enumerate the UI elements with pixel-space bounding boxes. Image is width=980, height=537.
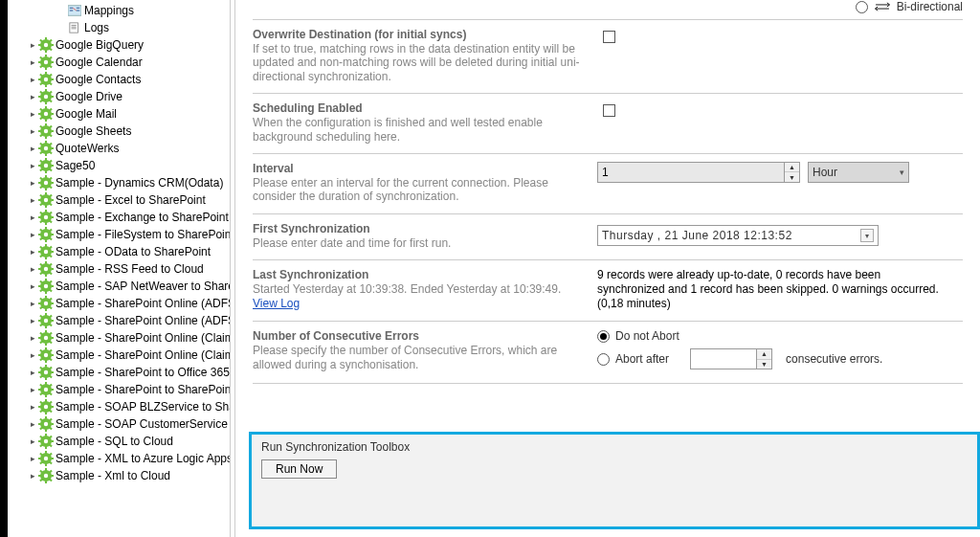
svg-rect-55: [38, 113, 41, 115]
tree-item[interactable]: ▸Sample - SOAP BLZService to SharePoint: [10, 398, 230, 415]
expand-arrow-icon[interactable]: ▸: [27, 174, 38, 191]
expand-arrow-icon[interactable]: ▸: [27, 191, 38, 209]
tree-item-label: Sample - SOAP BLZService to SharePoint: [56, 398, 230, 415]
expand-arrow-icon[interactable]: ▸: [27, 54, 38, 71]
tree-item[interactable]: ▸QuoteWerks: [10, 140, 230, 157]
section-desc: When the configuration is finished and w…: [253, 116, 588, 144]
tree-item[interactable]: ▸Sample - SharePoint Online (Claims): [10, 329, 230, 347]
first-sync-datetime[interactable]: Thursday , 21 June 2018 12:13:52 ▾: [597, 225, 879, 246]
expand-arrow-icon[interactable]: ▸: [27, 105, 38, 123]
tree-item[interactable]: ▸Sample - Exchange to SharePoint: [10, 209, 230, 226]
tree-item[interactable]: ▸Google BigQuery: [10, 36, 230, 54]
tree-item-label: Sage50: [56, 157, 95, 174]
svg-rect-136: [51, 251, 54, 253]
expand-arrow-icon[interactable]: ▸: [27, 415, 38, 433]
calendar-dropdown-icon[interactable]: ▾: [860, 229, 874, 242]
svg-rect-24: [45, 67, 47, 70]
svg-rect-264: [45, 481, 47, 483]
tree-item[interactable]: ▸Sample - OData to SharePoint: [10, 243, 230, 260]
expand-arrow-icon[interactable]: ▸: [27, 88, 38, 105]
tree-sub-item-logs[interactable]: Logs: [10, 19, 230, 36]
radio-abort-after[interactable]: [597, 353, 610, 366]
abort-after-spinner[interactable]: ▲▼: [690, 348, 772, 369]
scheduling-checkbox[interactable]: [603, 104, 615, 117]
svg-rect-104: [45, 205, 47, 208]
expand-arrow-icon[interactable]: ▸: [27, 243, 38, 260]
tree-item[interactable]: ▸Sample - RSS Feed to Cloud: [10, 260, 230, 278]
run-sync-toolbox: Run Synchronization Toolbox Run Now: [249, 432, 980, 529]
abort-after-input[interactable]: [690, 348, 757, 369]
radio-do-not-abort[interactable]: [597, 330, 610, 343]
tree-item[interactable]: ▸Sample - SharePoint Online (ADFS): [10, 295, 230, 312]
tree-item[interactable]: ▸Sample - Xml to Cloud: [10, 467, 230, 484]
tree-item[interactable]: ▸Sample - Dynamics CRM(Odata): [10, 174, 230, 191]
svg-rect-144: [45, 274, 47, 277]
tree-item[interactable]: ▸Sample - FileSystem to SharePoint: [10, 226, 230, 243]
svg-rect-226: [51, 406, 54, 408]
interval-spinner[interactable]: ▲▼: [597, 162, 800, 183]
expand-arrow-icon[interactable]: ▸: [27, 364, 38, 381]
tree-item-label: Google Contacts: [56, 71, 141, 88]
radio-abort-after-row[interactable]: Abort after ▲▼ consecutive errors.: [597, 348, 882, 369]
expand-arrow-icon[interactable]: ▸: [27, 398, 38, 415]
tree-item-label: Sample - Excel to SharePoint: [56, 191, 206, 209]
view-log-link[interactable]: View Log: [253, 297, 300, 310]
spinner-buttons[interactable]: ▲▼: [757, 348, 772, 369]
interval-unit-combo[interactable]: Hour ▾: [808, 162, 909, 183]
expand-arrow-icon[interactable]: ▸: [27, 71, 38, 88]
connection-gear-icon: [38, 227, 54, 242]
connection-gear-icon: [38, 55, 54, 70]
svg-rect-206: [51, 371, 54, 373]
expand-arrow-icon[interactable]: ▸: [27, 209, 38, 226]
interval-input[interactable]: [597, 162, 785, 183]
expand-arrow-icon[interactable]: ▸: [27, 226, 38, 243]
svg-rect-85: [38, 165, 41, 167]
tree-item-label: Google BigQuery: [56, 36, 144, 54]
tree-item[interactable]: ▸Sample - SharePoint Online (Claims): [10, 347, 230, 364]
tree-item[interactable]: ▸Google Contacts: [10, 71, 230, 88]
expand-arrow-icon[interactable]: ▸: [27, 381, 38, 398]
expand-arrow-icon[interactable]: ▸: [27, 278, 38, 295]
tree-item[interactable]: ▸Sample - SQL to Cloud: [10, 433, 230, 450]
tree-sub-item-mappings[interactable]: Mappings: [10, 2, 230, 19]
tree-item-label: Sample - SAP NetWeaver to SharePoint: [56, 278, 230, 295]
tree-item[interactable]: ▸Sample - SharePoint to SharePoint: [10, 381, 230, 398]
last-sync-result: 9 records were already up-to-date, 0 rec…: [597, 268, 942, 311]
expand-arrow-icon[interactable]: ▸: [27, 157, 38, 174]
tree-item[interactable]: ▸Sample - SharePoint to Office 365: [10, 364, 230, 381]
expand-arrow-icon[interactable]: ▸: [27, 329, 38, 347]
expand-arrow-icon[interactable]: ▸: [27, 140, 38, 157]
run-now-button[interactable]: Run Now: [261, 459, 337, 479]
svg-rect-235: [38, 423, 41, 425]
section-first-sync: First Synchronization Please enter date …: [253, 213, 963, 259]
expand-arrow-icon[interactable]: ▸: [27, 450, 38, 467]
tree-item[interactable]: ▸Sample - Excel to SharePoint: [10, 191, 230, 209]
radio-bidirectional[interactable]: [856, 1, 868, 13]
expand-arrow-icon[interactable]: ▸: [27, 295, 38, 312]
expand-arrow-icon[interactable]: ▸: [27, 433, 38, 450]
svg-rect-195: [38, 354, 41, 356]
tree-item[interactable]: ▸Google Drive: [10, 88, 230, 105]
tree-item[interactable]: ▸Google Sheets: [10, 123, 230, 140]
expand-arrow-icon[interactable]: ▸: [27, 123, 38, 140]
radio-do-not-abort-row[interactable]: Do not Abort: [597, 329, 679, 343]
expand-arrow-icon[interactable]: ▸: [27, 347, 38, 364]
tree-item[interactable]: ▸Google Mail: [10, 105, 230, 123]
tree-item[interactable]: ▸Sage50: [10, 157, 230, 174]
svg-rect-94: [45, 188, 47, 190]
expand-arrow-icon[interactable]: ▸: [27, 36, 38, 54]
svg-rect-125: [38, 234, 41, 235]
expand-arrow-icon[interactable]: ▸: [27, 467, 38, 484]
tree-item[interactable]: ▸Sample - SAP NetWeaver to SharePoint: [10, 278, 230, 295]
tree-item[interactable]: ▸Sample - XML to Azure Logic Apps: [10, 450, 230, 467]
radio-label: Do not Abort: [615, 329, 679, 343]
svg-rect-204: [45, 377, 47, 380]
tree-item[interactable]: ▸Sample - SharePoint Online (ADFS): [10, 312, 230, 329]
tree-item[interactable]: ▸Google Calendar: [10, 54, 230, 71]
tree-item[interactable]: ▸Sample - SOAP CustomerService: [10, 415, 230, 433]
expand-arrow-icon[interactable]: ▸: [27, 260, 38, 278]
spinner-buttons[interactable]: ▲▼: [785, 162, 800, 183]
tree-item-label: Sample - SharePoint to Office 365: [56, 364, 230, 381]
overwrite-checkbox[interactable]: [603, 31, 615, 43]
expand-arrow-icon[interactable]: ▸: [27, 312, 38, 329]
